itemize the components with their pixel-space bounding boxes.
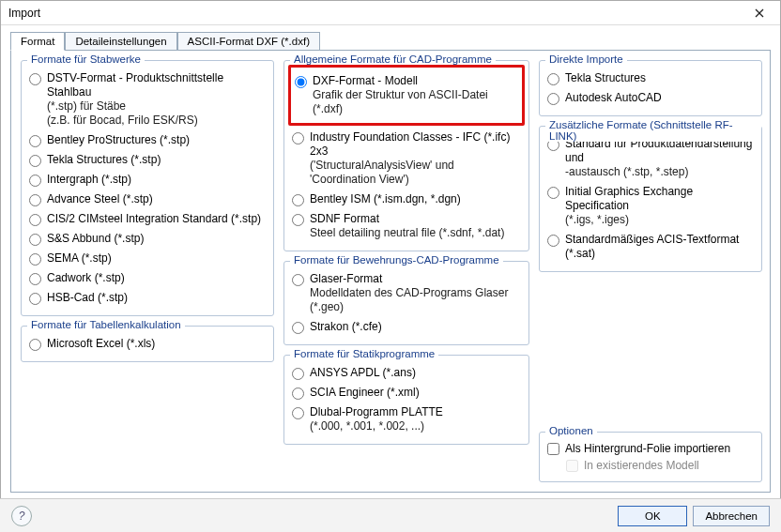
check-hintergrund-label: Als Hintergrund-Folie importieren <box>565 442 730 455</box>
radio-scia[interactable]: SCIA Engineer (*.xml) <box>292 383 521 403</box>
group-statik: Formate für Statikprogramme ANSYS APDL (… <box>283 355 529 445</box>
tab-detaileinstellungen[interactable]: Detaileinstellungen <box>65 32 176 51</box>
group-rflink: Zusätzliche Formate (Schnittstelle RF-LI… <box>539 126 762 272</box>
radio-sdnf-label: SDNF Format Steel detailing neutral file… <box>310 212 504 240</box>
radio-ss-abbund-input[interactable] <box>29 234 41 246</box>
radio-ansys[interactable]: ANSYS APDL (*.ans) <box>292 363 521 383</box>
radio-strakon-input[interactable] <box>292 322 304 334</box>
group-title-direkt: Direkte Importe <box>545 53 627 65</box>
radio-iges[interactable]: Initial Graphics Exchange Specification … <box>547 182 754 230</box>
titlebar: Import <box>1 1 780 25</box>
radio-ifc[interactable]: Industry Foundation Classes - IFC (*.ifc… <box>292 128 521 190</box>
radio-tekla-direct-input[interactable] <box>547 73 559 85</box>
radio-platte[interactable]: Dlubal-Programm PLATTE (*.000, *.001, *.… <box>292 403 521 436</box>
close-button[interactable] <box>744 4 774 23</box>
group-title-rflink: Zusätzliche Formate (Schnittstelle RF-LI… <box>545 119 761 142</box>
radio-bentley-pro-label: Bentley ProStructures (*.stp) <box>47 133 190 147</box>
radio-ansys-label: ANSYS APDL (*.ans) <box>310 366 416 380</box>
radio-tekla-direct-label: Tekla Structures <box>565 71 646 85</box>
radio-ss-abbund-label: S&S Abbund (*.stp) <box>47 232 144 246</box>
check-existierendes-modell: In existierendes Modell <box>566 457 754 474</box>
radio-advance-steel-label: Advance Steel (*.stp) <box>47 192 153 206</box>
radio-tekla-stp[interactable]: Tekla Structures (*.stp) <box>29 150 266 170</box>
radio-excel[interactable]: Microsoft Excel (*.xls) <box>29 334 266 354</box>
radio-tekla-stp-label: Tekla Structures (*.stp) <box>47 153 161 167</box>
radio-advance-steel[interactable]: Advance Steel (*.stp) <box>29 190 266 209</box>
tab-ascii-dxf[interactable]: ASCII-Format DXF (*.dxf) <box>177 32 320 51</box>
radio-advance-steel-input[interactable] <box>29 194 41 206</box>
radio-bentley-pro[interactable]: Bentley ProStructures (*.stp) <box>29 130 266 150</box>
tab-format[interactable]: Format <box>10 32 65 51</box>
radio-platte-input[interactable] <box>292 407 304 419</box>
radio-dstv-input[interactable] <box>29 73 41 85</box>
ok-button[interactable]: OK <box>618 506 687 526</box>
radio-sema[interactable]: SEMA (*.stp) <box>29 249 266 268</box>
radio-cadwork-label: Cadwork (*.stp) <box>47 271 125 285</box>
group-stabwerke: Formate für Stabwerke DSTV-Format - Prod… <box>21 60 274 316</box>
radio-acis-input[interactable] <box>547 235 559 247</box>
radio-acis-label: Standardmäßiges ACIS-Textformat (*.sat) <box>565 233 754 261</box>
radio-ansys-input[interactable] <box>292 368 304 380</box>
radio-glaser-input[interactable] <box>292 274 304 286</box>
radio-intergraph-input[interactable] <box>29 175 41 187</box>
group-title-bewehrung: Formate für Bewehrungs-CAD-Programme <box>290 254 503 266</box>
radio-intergraph-label: Intergraph (*.stp) <box>47 173 131 187</box>
check-existierendes-label: In existierendes Modell <box>584 459 699 472</box>
radio-intergraph[interactable]: Intergraph (*.stp) <box>29 170 266 190</box>
radio-scia-input[interactable] <box>292 388 304 400</box>
window-title: Import <box>8 7 40 20</box>
radio-cis2-label: CIS/2 CIMsteel Integration Standard (*.s… <box>47 212 261 226</box>
radio-sema-label: SEMA (*.stp) <box>47 251 112 266</box>
cancel-button[interactable]: Abbrechen <box>693 506 770 526</box>
radio-sema-input[interactable] <box>29 253 41 266</box>
radio-hsb-cad[interactable]: HSB-Cad (*.stp) <box>29 288 266 308</box>
radio-excel-input[interactable] <box>29 339 41 351</box>
radio-excel-label: Microsoft Excel (*.xls) <box>47 337 155 351</box>
radio-cadwork-input[interactable] <box>29 273 41 285</box>
dialog-footer: ? OK Abbrechen <box>0 498 781 532</box>
radio-autocad-direct-input[interactable] <box>547 93 559 105</box>
group-direkte-importe: Direkte Importe Tekla Structures Autodes… <box>539 60 762 116</box>
check-hintergrund-input[interactable] <box>547 443 559 455</box>
radio-cadwork[interactable]: Cadwork (*.stp) <box>29 268 266 288</box>
radio-hsb-cad-label: HSB-Cad (*.stp) <box>47 291 128 305</box>
radio-iges-label: Initial Graphics Exchange Specification … <box>565 185 754 227</box>
radio-dstv-label: DSTV-Format - Produktschnittstelle Stahl… <box>47 71 266 128</box>
tab-strip: Format Detaileinstellungen ASCII-Format … <box>1 25 780 50</box>
group-title-tabellen: Formate für Tabellenkalkulation <box>27 319 185 330</box>
radio-cis2[interactable]: CIS/2 CIMsteel Integration Standard (*.s… <box>29 209 266 229</box>
radio-dxf-input[interactable] <box>295 76 307 88</box>
radio-ss-abbund[interactable]: S&S Abbund (*.stp) <box>29 229 266 249</box>
radio-dstv[interactable]: DSTV-Format - Produktschnittstelle Stahl… <box>29 68 266 130</box>
radio-sdnf-input[interactable] <box>292 214 304 226</box>
radio-acis[interactable]: Standardmäßiges ACIS-Textformat (*.sat) <box>547 230 754 264</box>
group-bewehrung: Formate für Bewehrungs-CAD-Programme Gla… <box>283 261 529 345</box>
radio-strakon[interactable]: Strakon (*.cfe) <box>292 317 521 337</box>
radio-tekla-stp-input[interactable] <box>29 155 41 167</box>
radio-bentley-pro-input[interactable] <box>29 135 41 147</box>
radio-step-label: Standard für Produktdatendarstellung und… <box>565 137 754 179</box>
radio-dxf[interactable]: DXF-Format - Modell Grafik der Struktur … <box>295 71 518 119</box>
radio-bentley-ism-label: Bentley ISM (*.ism.dgn, *.dgn) <box>310 192 461 206</box>
radio-tekla-direct[interactable]: Tekla Structures <box>547 68 754 88</box>
radio-glaser[interactable]: Glaser-Format Modelldaten des CAD-Progra… <box>292 269 521 317</box>
tab-panel-format: Formate für Stabwerke DSTV-Format - Prod… <box>10 50 771 493</box>
highlight-dxf: DXF-Format - Modell Grafik der Struktur … <box>288 65 525 126</box>
group-title-cad: Allgemeine Formate für CAD-Programme <box>290 53 496 65</box>
radio-bentley-ism-input[interactable] <box>292 194 304 206</box>
radio-bentley-ism[interactable]: Bentley ISM (*.ism.dgn, *.dgn) <box>292 190 521 209</box>
radio-autocad-direct[interactable]: Autodesk AutoCAD <box>547 88 754 108</box>
radio-sdnf[interactable]: SDNF Format Steel detailing neutral file… <box>292 209 521 243</box>
group-title-stabwerke: Formate für Stabwerke <box>27 53 145 65</box>
radio-platte-label: Dlubal-Programm PLATTE (*.000, *.001, *.… <box>310 405 443 433</box>
radio-hsb-cad-input[interactable] <box>29 293 41 305</box>
radio-cis2-input[interactable] <box>29 214 41 226</box>
radio-autocad-direct-label: Autodesk AutoCAD <box>565 91 662 105</box>
radio-strakon-label: Strakon (*.cfe) <box>310 320 382 334</box>
check-hintergrund[interactable]: Als Hintergrund-Folie importieren <box>547 440 754 457</box>
radio-iges-input[interactable] <box>547 187 559 199</box>
radio-dxf-label: DXF-Format - Modell Grafik der Struktur … <box>313 74 518 116</box>
help-button[interactable]: ? <box>11 506 32 526</box>
radio-ifc-label: Industry Foundation Classes - IFC (*.ifc… <box>310 130 521 187</box>
radio-ifc-input[interactable] <box>292 132 304 144</box>
